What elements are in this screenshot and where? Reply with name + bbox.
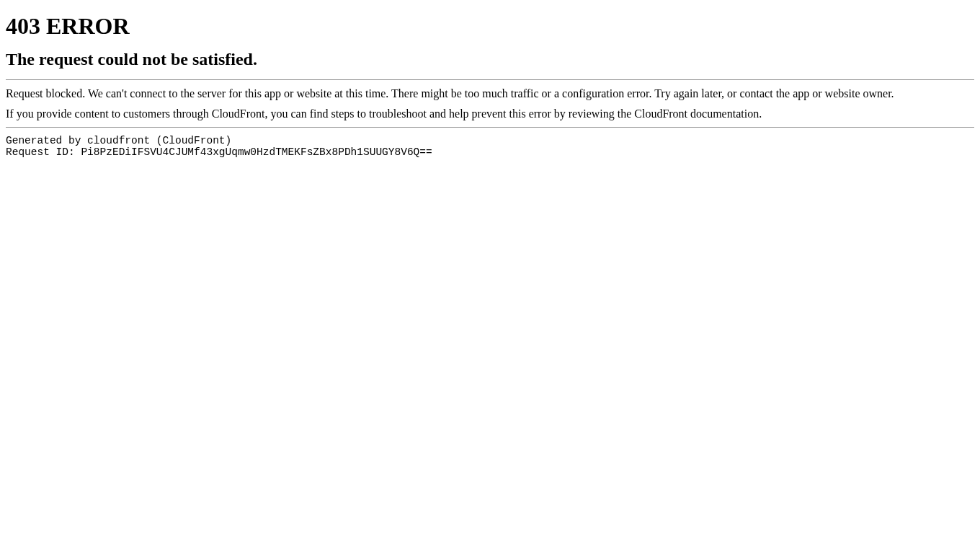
error-subtitle: The request could not be satisfied. (6, 50, 974, 69)
error-message-line-1: Request blocked. We can't connect to the… (6, 86, 974, 102)
generated-by-text: Generated by cloudfront (CloudFront) (6, 135, 231, 146)
divider-bottom (6, 127, 974, 128)
request-id-label: Request ID: (6, 146, 81, 158)
request-id-value: Pi8PzEDiIFSVU4CJUMf43xgUqmw0HzdTMEKFsZBx… (81, 146, 432, 158)
divider-top (6, 79, 974, 80)
error-footer: Generated by cloudfront (CloudFront) Req… (6, 135, 974, 158)
error-title: 403 ERROR (6, 13, 974, 40)
error-message-line-2: If you provide content to customers thro… (6, 106, 974, 122)
